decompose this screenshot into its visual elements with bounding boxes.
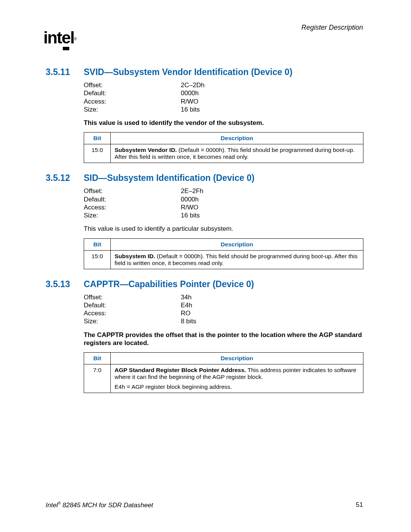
register-meta: Offset:2E–2Fh Default:0000h Access:R/WO … [84,187,363,219]
bitfield-table: Bit Description 15:0 Subsystem Vendor ID… [84,132,363,163]
section-heading: 3.5.12 SID—Subsystem Identification (Dev… [46,173,363,183]
cell-bit: 7:0 [84,364,111,393]
section-number: 3.5.11 [46,67,84,77]
logo-text: intel [43,28,74,47]
cell-extra: E4h = AGP register block beginning addre… [115,383,359,390]
meta-access: Access:RO [84,309,363,317]
bitfield-table: Bit Description 7:0 AGP Standard Registe… [84,352,363,393]
col-bit: Bit [84,238,111,250]
meta-size: Size:8 bits [84,317,363,325]
register-meta: Offset:34h Default:E4h Access:RO Size:8 … [84,293,363,326]
col-bit: Bit [84,133,111,144]
section-heading: 3.5.13 CAPPTR—Capabilities Pointer (Devi… [46,279,363,289]
cell-description: Subsystem ID. (Default = 0000h). This fi… [111,250,363,269]
col-description: Description [111,133,363,144]
section-svid: 3.5.11 SVID—Subsystem Vendor Identificat… [46,67,363,163]
meta-default: Default:E4h [84,301,363,309]
table-header-row: Bit Description [84,133,363,144]
header-section-title: Register Description [301,24,363,32]
meta-access: Access:R/WO [84,203,363,211]
section-heading: 3.5.11 SVID—Subsystem Vendor Identificat… [46,67,363,77]
register-meta: Offset:2C–2Dh Default:0000h Access:R/WO … [84,81,363,113]
meta-offset: Offset:2E–2Fh [84,187,363,195]
section-title: SID—Subsystem Identification (Device 0) [84,173,255,183]
cell-bit: 15:0 [84,250,111,269]
intel-logo: intel® [43,28,77,48]
table-row: 15:0 Subsystem Vendor ID. (Default = 000… [84,144,363,163]
footer-page-number: 51 [356,501,363,509]
meta-offset: Offset:34h [84,293,363,301]
section-title: SVID—Subsystem Vendor Identification (De… [84,67,292,77]
footer-doc-name: Intel® 82845 MCH for SDR Datasheet [46,501,153,509]
section-number: 3.5.12 [46,173,84,183]
table-row: 15:0 Subsystem ID. (Default = 0000h). Th… [84,250,363,269]
section-sid: 3.5.12 SID—Subsystem Identification (Dev… [46,173,363,269]
section-intro: The CAPPTR provides the offset that is t… [84,331,363,347]
section-intro: This value is used to identify the vendo… [84,119,363,127]
cell-description: Subsystem Vendor ID. (Default = 0000h). … [111,144,363,163]
meta-size: Size:16 bits [84,211,363,219]
logo-registered: ® [74,37,76,41]
section-title: CAPPTR—Capabilities Pointer (Device 0) [84,279,254,289]
section-intro: This value is used to identify a particu… [84,225,363,233]
meta-default: Default:0000h [84,195,363,203]
bitfield-table: Bit Description 15:0 Subsystem ID. (Defa… [84,238,363,269]
meta-offset: Offset:2C–2Dh [84,81,363,89]
cell-bit: 15:0 [84,144,111,163]
cell-description: AGP Standard Register Block Pointer Addr… [111,364,363,393]
table-header-row: Bit Description [84,353,363,364]
meta-access: Access:R/WO [84,97,363,105]
table-header-row: Bit Description [84,238,363,250]
section-number: 3.5.13 [46,279,84,289]
meta-size: Size:16 bits [84,105,363,113]
col-description: Description [111,353,363,364]
page-content: 3.5.11 SVID—Subsystem Vendor Identificat… [46,67,363,403]
page-footer: Intel® 82845 MCH for SDR Datasheet 51 [46,501,363,509]
col-description: Description [111,238,363,250]
meta-default: Default:0000h [84,89,363,97]
col-bit: Bit [84,353,111,364]
table-row: 7:0 AGP Standard Register Block Pointer … [84,364,363,393]
section-capptr: 3.5.13 CAPPTR—Capabilities Pointer (Devi… [46,279,363,393]
